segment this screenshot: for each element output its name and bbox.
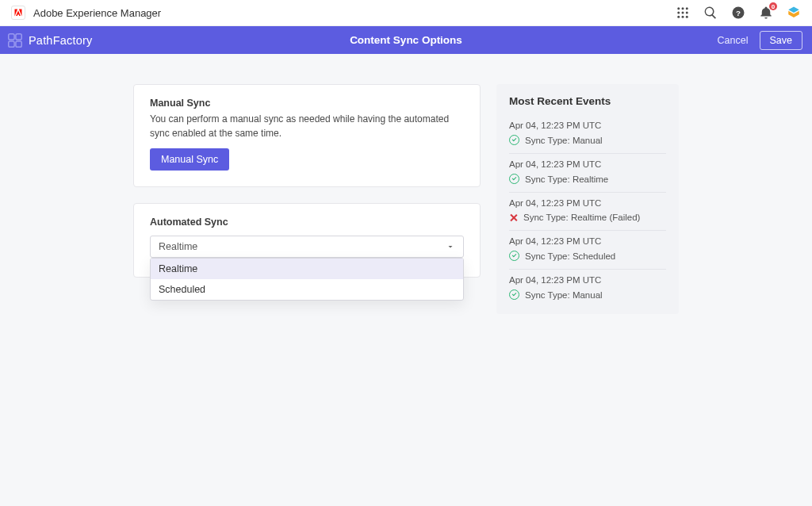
aem-tools: ? 0 — [676, 6, 801, 20]
svg-point-0 — [677, 7, 680, 10]
event-item: Apr 04, 12:23 PM UTC Sync Type: Manual — [509, 270, 666, 308]
event-item: Apr 04, 12:23 PM UTC Sync Type: Manual — [509, 115, 666, 154]
svg-rect-11 — [9, 33, 14, 39]
event-item: Apr 04, 12:23 PM UTC Sync Type: Realtime — [509, 154, 666, 193]
bell-icon[interactable]: 0 — [759, 6, 773, 20]
event-label: Sync Type: Realtime — [525, 174, 608, 184]
svg-rect-13 — [9, 40, 14, 46]
automated-sync-card: Automated Sync Realtime Realtime Schedul… — [133, 203, 481, 278]
aem-title: Adobe Experience Manager — [33, 7, 161, 19]
content-area: Manual Sync You can perform a manual syn… — [0, 54, 812, 506]
pathfactory-brand: PathFactory — [6, 32, 92, 49]
svg-point-8 — [686, 16, 688, 18]
manual-sync-description: You can perform a manual sync as needed … — [150, 112, 464, 140]
check-icon — [509, 135, 519, 145]
notification-badge: 0 — [769, 2, 777, 10]
events-panel: Most Recent Events Apr 04, 12:23 PM UTC … — [496, 84, 679, 314]
sync-mode-dropdown: Realtime Scheduled — [150, 258, 464, 301]
event-time: Apr 04, 12:23 PM UTC — [509, 159, 666, 169]
svg-rect-12 — [16, 33, 21, 39]
avatar[interactable] — [787, 6, 801, 20]
chevron-down-icon — [446, 242, 455, 251]
left-column: Manual Sync You can perform a manual syn… — [133, 84, 481, 506]
event-item: Apr 04, 12:23 PM UTC Sync Type: Schedule… — [509, 231, 666, 270]
event-time: Apr 04, 12:23 PM UTC — [509, 198, 666, 208]
event-time: Apr 04, 12:23 PM UTC — [509, 121, 666, 130]
event-label: Sync Type: Realtime (Failed) — [523, 213, 640, 222]
sync-mode-option-realtime[interactable]: Realtime — [151, 259, 463, 279]
automated-sync-heading: Automated Sync — [150, 217, 464, 228]
svg-text:?: ? — [736, 9, 741, 17]
svg-point-1 — [682, 7, 684, 10]
svg-rect-14 — [16, 40, 21, 46]
cancel-button[interactable]: Cancel — [718, 35, 749, 46]
page-title: Content Sync Options — [350, 34, 462, 46]
svg-point-2 — [686, 7, 688, 10]
event-label: Sync Type: Manual — [525, 136, 603, 145]
manual-sync-heading: Manual Sync — [150, 98, 464, 109]
sync-mode-option-scheduled[interactable]: Scheduled — [151, 279, 463, 300]
event-item: Apr 04, 12:23 PM UTC Sync Type: Realtime… — [509, 193, 666, 231]
sync-mode-value: Realtime — [159, 241, 197, 252]
pathfactory-logo-icon — [6, 32, 24, 49]
save-button[interactable]: Save — [760, 31, 803, 50]
event-label: Sync Type: Manual — [525, 290, 603, 300]
sync-mode-select: Realtime Realtime Scheduled — [150, 236, 464, 258]
sync-mode-selectbox[interactable]: Realtime — [150, 236, 464, 258]
pathfactory-brand-text: PathFactory — [29, 34, 92, 47]
adobe-logo-icon — [11, 6, 25, 20]
events-heading: Most Recent Events — [509, 95, 666, 107]
aem-top-bar: Adobe Experience Manager ? 0 — [0, 0, 812, 26]
svg-point-5 — [686, 12, 688, 14]
error-icon — [509, 213, 518, 222]
right-column: Most Recent Events Apr 04, 12:23 PM UTC … — [496, 84, 679, 506]
svg-point-4 — [682, 12, 684, 14]
event-label: Sync Type: Scheduled — [525, 251, 615, 261]
apps-icon[interactable] — [676, 6, 690, 20]
check-icon — [509, 289, 519, 300]
help-icon[interactable]: ? — [731, 6, 745, 20]
manual-sync-button[interactable]: Manual Sync — [150, 148, 229, 171]
svg-point-6 — [677, 16, 680, 18]
check-icon — [509, 174, 519, 184]
pathfactory-bar: PathFactory Content Sync Options Cancel … — [0, 26, 812, 54]
event-time: Apr 04, 12:23 PM UTC — [509, 236, 666, 246]
aem-brand: Adobe Experience Manager — [11, 6, 161, 20]
event-time: Apr 04, 12:23 PM UTC — [509, 275, 666, 285]
check-icon — [509, 251, 519, 261]
manual-sync-card: Manual Sync You can perform a manual syn… — [133, 84, 481, 187]
search-icon[interactable] — [703, 6, 718, 20]
svg-point-7 — [682, 16, 684, 18]
pf-actions: Cancel Save — [718, 31, 802, 50]
svg-point-3 — [677, 12, 680, 14]
